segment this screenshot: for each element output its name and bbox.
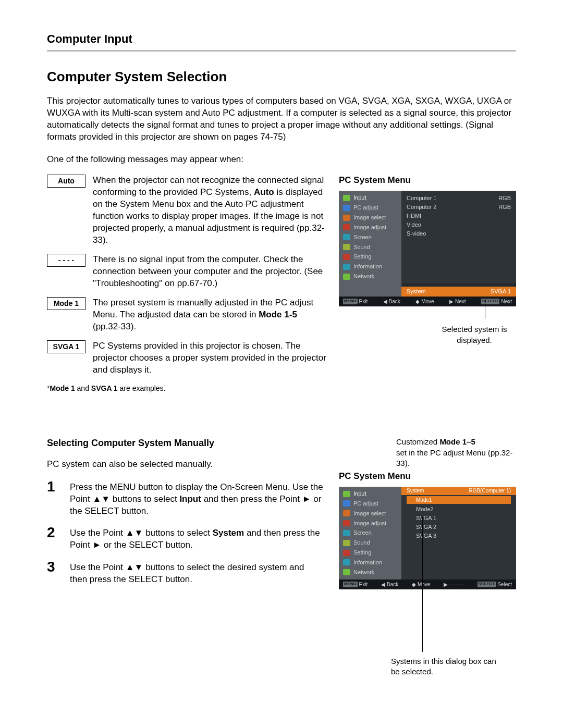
message-label-auto: Auto: [47, 175, 85, 188]
message-text-mode1: The preset system is manually adjusted i…: [93, 297, 326, 333]
step-number: 2: [47, 525, 62, 551]
osd-side-item: Setting: [339, 252, 401, 262]
osd-side-item: Information: [339, 558, 401, 567]
osd-main-row: Computer 2RGB: [407, 203, 511, 212]
message-row-mode1: Mode 1 The preset system is manually adj…: [47, 297, 326, 333]
page-title: Computer System Selection: [47, 68, 516, 86]
callout-line-1: [485, 300, 485, 319]
step-text: Use the Point ▲▼ buttons to select the d…: [70, 560, 323, 586]
osd-list-item: Mode2: [407, 505, 511, 514]
osd-screenshot-2: InputPC adjustImage selectImage adjustSc…: [339, 487, 516, 589]
osd-side-item: Screen: [339, 232, 401, 242]
step-number: 3: [47, 560, 62, 586]
osd-side-item: Input: [339, 193, 401, 203]
step-2: 2 Use the Point ▲▼ buttons to select Sys…: [47, 525, 323, 551]
osd-side-item: Image adjust: [339, 223, 401, 232]
osd-screenshot-1: InputPC adjustImage selectImage adjustSc…: [339, 191, 516, 306]
subsection-lead: PC system can also be selected manually.: [47, 459, 323, 471]
osd-side-item: Setting: [339, 548, 401, 558]
message-row-svga1: SVGA 1 PC Systems provided in this proje…: [47, 340, 326, 376]
osd-side-item: Image select: [339, 509, 401, 519]
message-text-svga1: PC Systems provided in this projector is…: [93, 340, 326, 376]
step-number: 1: [47, 479, 62, 517]
osd-side-item: Image select: [339, 213, 401, 223]
osd2-sidebar: InputPC adjustImage selectImage adjustSc…: [339, 487, 401, 579]
osd2-main: System RGB(Computer 1) ✔Mode1 Mode2SVGA …: [401, 487, 516, 579]
osd-side-item: Sound: [339, 538, 401, 548]
osd2-header: System RGB(Computer 1): [401, 487, 516, 495]
message-row-dashes: - - - - There is no signal input from th…: [47, 254, 326, 290]
step-1: 1 Press the MENU button to display the O…: [47, 479, 323, 517]
step-text: Use the Point ▲▼ buttons to select Syste…: [70, 525, 323, 551]
callout-line-2: [422, 516, 423, 652]
osd-side-item: Network: [339, 567, 401, 577]
footnote: *Mode 1 and SVGA 1 are examples.: [47, 384, 326, 393]
osd-main-row: Video: [407, 220, 511, 229]
osd-side-item: Sound: [339, 242, 401, 252]
step-text: Press the MENU button to display the On-…: [70, 479, 323, 517]
osd-main-row: HDMI: [407, 212, 511, 220]
caption-1: Selected system is displayed.: [433, 324, 516, 346]
annotation-top: Customized Mode 1–5 set in the PC adjust…: [396, 437, 516, 468]
pc-system-menu-heading-2: PC System Menu: [339, 471, 411, 483]
pc-system-menu-heading-1: PC System Menu: [339, 175, 516, 187]
divider: [47, 50, 516, 52]
osd-side-item: PC adjust: [339, 499, 401, 509]
osd-side-item: Screen: [339, 528, 401, 538]
message-text-auto: When the projector can not recognize the…: [93, 175, 326, 246]
osd1-sidebar: InputPC adjustImage selectImage adjustSc…: [339, 191, 401, 283]
osd-side-item: PC adjust: [339, 203, 401, 213]
osd-side-item: Image adjust: [339, 519, 401, 528]
section-header: Computer Input: [47, 31, 516, 47]
caption-2: Systems in this dialog box can be select…: [391, 656, 506, 677]
osd1-highlight: System SVGA 1: [401, 287, 516, 297]
message-label-dashes: - - - -: [47, 254, 85, 267]
osd-main-row: Computer 1RGB: [407, 194, 511, 203]
message-row-auto: Auto When the projector can not recogniz…: [47, 175, 326, 246]
intro-text: This projector automatically tunes to va…: [47, 95, 516, 143]
message-label-svga1: SVGA 1: [47, 340, 85, 353]
step-3: 3 Use the Point ▲▼ buttons to select the…: [47, 560, 323, 586]
osd2-footer: MENUExit ◀ Back ◆ Move ▶ - - - - - SELEC…: [339, 579, 516, 590]
osd-main-row: S-video: [407, 229, 511, 238]
osd-side-item: Network: [339, 272, 401, 281]
message-text-dashes: There is no signal input from the comput…: [93, 254, 326, 290]
subsection-heading: Selecting Computer System Manually: [47, 437, 323, 449]
osd-side-item: Input: [339, 489, 401, 499]
lead-text: One of the following messages may appear…: [47, 154, 516, 166]
osd-side-item: Information: [339, 262, 401, 272]
osd2-selected: ✔Mode1: [407, 496, 511, 504]
osd1-footer: MENUExit ◀ Back ◆ Move ▶ Next SELECTNext: [339, 297, 516, 307]
message-label-mode1: Mode 1: [47, 297, 85, 310]
osd1-main: Computer 1RGBComputer 2RGBHDMIVideoS-vid…: [401, 191, 516, 283]
